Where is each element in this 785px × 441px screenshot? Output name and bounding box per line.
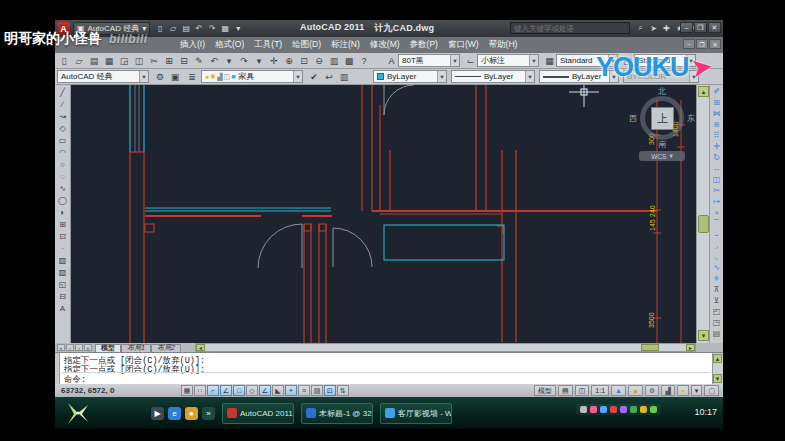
scroll-left-button[interactable]: ◄ [196, 344, 205, 351]
make-block-icon[interactable]: ⊡ [56, 230, 69, 242]
tab-nav-1[interactable]: ‹ [66, 344, 74, 351]
tray-icon-1[interactable] [590, 406, 597, 413]
workspace-save-icon[interactable]: ▣ [168, 70, 182, 83]
pan-icon[interactable]: ✛ [267, 54, 281, 67]
lineweight-toggle[interactable]: ≡ [298, 385, 310, 396]
task-picture-viewer[interactable]: 客厅影视墙 - Wind... [380, 403, 452, 424]
undo-icon[interactable]: ↶ [207, 54, 221, 67]
command-window[interactable]: 指定下一点或 [闭合(C)/放弃(U)]:指定下一点或 [闭合(C)/放弃(U)… [55, 352, 723, 384]
hatch-icon[interactable]: ▨ [56, 254, 69, 266]
layout-icon[interactable]: ▤ [558, 385, 573, 396]
redo-icon[interactable]: ↷ [237, 54, 251, 67]
insert-block-icon[interactable]: ⊞ [56, 218, 69, 230]
redo-dropdown-icon[interactable]: ▾ [252, 54, 266, 67]
explode-icon[interactable]: ✳ [710, 273, 723, 284]
menu-item-0[interactable]: 插入(I) [175, 38, 210, 52]
workspace-select[interactable]: AutoCAD 经典 ▼ [57, 70, 149, 83]
polyline-icon[interactable]: ↝ [56, 110, 69, 122]
task-photoshop[interactable]: 未标题-1 @ 32.5... [301, 403, 373, 424]
scale-icon[interactable]: ↔ [710, 163, 723, 174]
table-icon[interactable]: ⊟ [56, 290, 69, 302]
stretch-icon[interactable]: ◫ [710, 174, 723, 185]
arc-icon[interactable]: ◠ [56, 146, 69, 158]
dyn-toggle[interactable]: + [285, 385, 297, 396]
doc-close-button[interactable]: ✕ [709, 39, 721, 49]
quickprop-toggle[interactable]: ⊡ [324, 385, 336, 396]
ie-icon[interactable]: e [168, 407, 181, 420]
viewcube[interactable]: 上 北 南 西 东 WCS ▾ [631, 87, 695, 165]
chamfer-icon[interactable]: ◞ [710, 240, 723, 251]
annotation-front-icon[interactable]: ▤ [710, 328, 723, 339]
blend-icon[interactable]: ∿ [710, 262, 723, 273]
mirror-icon[interactable]: ⋈ [710, 108, 723, 119]
spline-icon[interactable]: ∿ [56, 182, 69, 194]
menu-item-8[interactable]: 帮助(H) [484, 38, 523, 52]
move-icon[interactable]: ✛ [710, 141, 723, 152]
draworder-front-icon[interactable]: ⊼ [710, 284, 723, 295]
layer-on-icon[interactable]: ● [205, 73, 209, 81]
ducs-toggle[interactable]: ◣ [272, 385, 284, 396]
array-icon[interactable]: ⠿ [710, 130, 723, 141]
save-icon[interactable]: ▤ [87, 54, 101, 67]
join-icon[interactable]: ⌣ [710, 229, 723, 240]
layer-previous-icon[interactable]: ↩ [322, 70, 336, 83]
horizontal-scroll-thumb[interactable] [641, 344, 659, 351]
annotation-visibility-icon[interactable]: ▲ [611, 385, 626, 396]
trim-icon[interactable]: ✂ [710, 185, 723, 196]
osnap3d-toggle[interactable]: ◇ [246, 385, 258, 396]
menu-item-2[interactable]: 工具(T) [249, 38, 287, 52]
menu-item-5[interactable]: 修改(M) [365, 38, 405, 52]
scroll-up-button[interactable]: ▲ [698, 86, 709, 97]
draworder-above-icon[interactable]: ◰ [710, 306, 723, 317]
menu-item-3[interactable]: 绘图(D) [287, 38, 326, 52]
quicklaunch-expand-icon[interactable]: » [202, 407, 215, 420]
publish-icon[interactable]: ◫ [132, 54, 146, 67]
osnap-toggle[interactable]: □ [233, 385, 245, 396]
viewcube-east-label[interactable]: 东 [687, 113, 695, 124]
tab-nav-2[interactable]: › [75, 344, 83, 351]
layout-preview-icon[interactable]: ◫ [575, 385, 590, 396]
workspace-switch-icon[interactable]: ⚙ [645, 385, 659, 396]
copy-icon[interactable]: ⊞ [162, 54, 176, 67]
help-icon[interactable]: ? [357, 54, 371, 67]
tray-icon-3[interactable] [610, 406, 617, 413]
zoom-window-icon[interactable]: ⊡ [297, 54, 311, 67]
ortho-toggle[interactable]: ⌐ [207, 385, 219, 396]
drawing-canvas[interactable]: 30014002401453500 上 北 南 西 东 WCS ▾ [71, 85, 696, 343]
cycling-toggle[interactable]: ⇅ [337, 385, 349, 396]
layer-color-icon[interactable]: ■ [231, 73, 235, 81]
make-current-icon[interactable]: ✔ [307, 70, 321, 83]
new-icon[interactable]: ▯ [154, 23, 166, 35]
tab-layout1[interactable]: 布局1 [121, 344, 151, 352]
command-window-grip[interactable] [55, 353, 60, 385]
paste-icon[interactable]: ⊟ [177, 54, 191, 67]
zoom-previous-icon[interactable]: ⊖ [312, 54, 326, 67]
ellipse-icon[interactable]: ◯ [56, 194, 69, 206]
fillet-icon[interactable]: ◟ [710, 251, 723, 262]
construction-line-icon[interactable]: ∕ [56, 98, 69, 110]
rectangle-icon[interactable]: ▭ [56, 134, 69, 146]
mtext-icon[interactable]: A [56, 302, 69, 314]
tray-icon-2[interactable] [600, 406, 607, 413]
scroll-right-button[interactable]: ► [686, 344, 695, 351]
cut-icon[interactable]: ✂ [147, 54, 161, 67]
color-select[interactable]: ByLayer ▼ [373, 70, 447, 83]
open-icon[interactable]: ▱ [72, 54, 86, 67]
horizontal-scrollbar[interactable]: ◄ ► [195, 343, 696, 352]
copy-icon[interactable]: ⊞ [710, 97, 723, 108]
break-icon[interactable]: ⌒ [710, 218, 723, 229]
gradient-icon[interactable]: ▧ [56, 266, 69, 278]
layer-states-icon[interactable]: ▥ [337, 70, 351, 83]
undo-dropdown-icon[interactable]: ▾ [222, 54, 236, 67]
region-icon[interactable]: ◱ [56, 278, 69, 290]
command-scrollbar[interactable]: ▲ ▼ [712, 353, 723, 385]
task-autocad[interactable]: AutoCAD 2011 - [... [222, 403, 294, 424]
isolate-icon[interactable]: ● [677, 385, 689, 396]
redo-icon[interactable]: ↷ [206, 23, 218, 35]
search-icon[interactable]: ⌕ [635, 22, 646, 34]
dim-style-select[interactable]: 小标注▼ [477, 54, 539, 67]
menu-item-6[interactable]: 参数(P) [405, 38, 443, 52]
erase-icon[interactable]: ✐ [710, 86, 723, 97]
plot-preview-icon[interactable]: ◲ [117, 54, 131, 67]
line-icon[interactable]: ╱ [56, 86, 69, 98]
